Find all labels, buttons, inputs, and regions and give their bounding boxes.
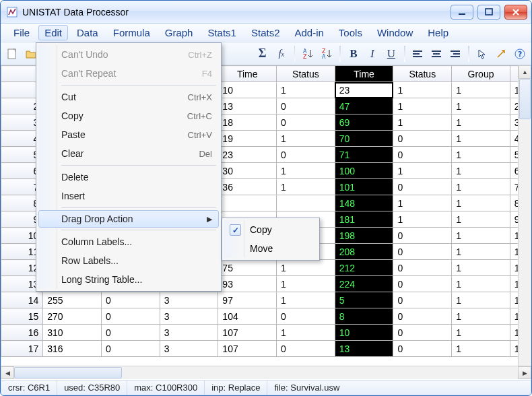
cell[interactable]: 1 (277, 131, 335, 147)
cell[interactable]: 255 (43, 292, 102, 308)
align-left-icon[interactable] (411, 45, 426, 63)
fx-icon[interactable]: fx (274, 45, 289, 63)
draw-arrow-icon[interactable] (494, 45, 508, 63)
cell[interactable]: 1 (452, 260, 510, 276)
sort-asc-icon[interactable]: AZ (300, 45, 315, 63)
menu-help[interactable]: Help (422, 25, 455, 40)
cell[interactable]: 1 (277, 325, 335, 341)
cell[interactable]: 0 (277, 98, 335, 114)
cell[interactable]: 1 (452, 98, 510, 114)
column-header[interactable]: Time (218, 66, 277, 82)
cell[interactable]: 10 (218, 82, 277, 98)
submenu-move[interactable]: Move (224, 239, 317, 258)
cell[interactable]: 208 (335, 244, 393, 260)
cell[interactable]: 0 (393, 179, 452, 195)
cell[interactable]: 0 (277, 114, 335, 131)
cell[interactable]: 224 (335, 276, 393, 292)
cell[interactable]: 3 (160, 308, 218, 325)
cell[interactable]: 1 (277, 179, 335, 195)
menu-graph[interactable]: Graph (159, 25, 199, 40)
cell[interactable]: 71 (335, 147, 393, 163)
horizontal-scrollbar[interactable]: ◀ ▶ (1, 366, 531, 379)
pointer-icon[interactable] (475, 45, 490, 63)
cell[interactable]: 0 (393, 292, 452, 308)
cell[interactable]: 0 (393, 131, 452, 147)
cell[interactable]: 0 (393, 341, 452, 357)
cell[interactable]: 23 (335, 82, 393, 98)
cell[interactable]: 75 (218, 260, 277, 276)
cell[interactable]: 3 (160, 292, 218, 308)
cell[interactable]: 1 (452, 179, 510, 195)
sum-icon[interactable]: Σ (255, 45, 270, 63)
column-header[interactable]: Time (335, 66, 393, 82)
cell[interactable]: 1 (452, 244, 510, 260)
menu-row-labels[interactable]: Row Labels... (38, 251, 219, 270)
cell[interactable]: 30 (218, 163, 277, 179)
cell[interactable]: 1 (393, 211, 452, 228)
cell[interactable]: 70 (335, 131, 393, 147)
cell[interactable]: 3 (160, 341, 218, 357)
cell[interactable]: 107 (218, 341, 277, 357)
menu-cut[interactable]: CutCtrl+X (38, 88, 219, 106)
row-header[interactable]: 15 (1, 308, 43, 325)
cell[interactable]: 18 (218, 114, 277, 131)
cell[interactable]: 1 (393, 114, 452, 131)
cell[interactable]: 3 (160, 325, 218, 341)
column-header[interactable]: Status (277, 66, 335, 82)
cell[interactable]: 316 (43, 341, 102, 357)
cell[interactable]: 1 (452, 163, 510, 179)
menu-drag-drop-action[interactable]: Drag Drop Action▶ (38, 210, 219, 228)
column-header[interactable]: Status (393, 66, 452, 82)
cell[interactable]: 1 (393, 163, 452, 179)
menu-file[interactable]: File (7, 25, 36, 40)
cell[interactable]: 1 (452, 82, 510, 98)
cell[interactable]: 1 (393, 195, 452, 211)
bold-icon[interactable]: B (346, 45, 361, 63)
cell[interactable]: 212 (335, 260, 393, 276)
cell[interactable]: 0 (393, 228, 452, 244)
cell[interactable]: 1 (452, 114, 510, 131)
cell[interactable]: 0 (101, 308, 160, 325)
cell[interactable]: 36 (218, 179, 277, 195)
cell[interactable]: 148 (335, 195, 393, 211)
cell[interactable]: 0 (393, 308, 452, 325)
cell[interactable]: 93 (218, 276, 277, 292)
menu-edit[interactable]: Edit (38, 25, 68, 40)
menu-paste[interactable]: PasteCtrl+V (38, 125, 219, 144)
menu-window[interactable]: Window (371, 25, 419, 40)
menu-insert[interactable]: Insert (38, 187, 219, 205)
minimize-button[interactable] (451, 5, 473, 20)
cell[interactable]: 101 (335, 179, 393, 195)
hscroll-thumb[interactable] (14, 367, 122, 378)
cell[interactable]: 1 (393, 98, 452, 114)
menu-tools[interactable]: Tools (333, 25, 368, 40)
cell[interactable]: 104 (218, 308, 277, 325)
new-file-icon[interactable] (5, 45, 20, 63)
submenu-copy[interactable]: ✓ Copy (224, 220, 317, 239)
cell[interactable]: 23 (218, 147, 277, 163)
cell[interactable]: 1 (452, 308, 510, 325)
cell[interactable]: 1 (452, 276, 510, 292)
menu-stats1[interactable]: Stats1 (201, 25, 242, 40)
cell[interactable]: 1 (452, 341, 510, 357)
scroll-up-arrow-icon[interactable]: ▲ (519, 65, 531, 79)
menu-copy[interactable]: CopyCtrl+C (38, 106, 219, 125)
cell[interactable]: 1 (452, 325, 510, 341)
underline-icon[interactable]: U (384, 45, 399, 63)
maximize-button[interactable] (477, 5, 500, 20)
menu-data[interactable]: Data (71, 25, 104, 40)
cell[interactable]: 13 (335, 341, 393, 357)
cell[interactable]: 0 (101, 325, 160, 341)
cell[interactable]: 181 (335, 211, 393, 228)
cell[interactable]: 270 (43, 308, 102, 325)
cell[interactable]: 1 (452, 292, 510, 308)
row-header[interactable]: 14 (1, 292, 43, 308)
cell[interactable]: 0 (277, 147, 335, 163)
cell[interactable]: 1 (452, 228, 510, 244)
vertical-scrollbar[interactable]: ▲ ▼ (518, 65, 531, 379)
align-right-icon[interactable] (448, 45, 463, 63)
cell[interactable]: 1 (452, 195, 510, 211)
cell[interactable]: 1 (452, 131, 510, 147)
align-center-icon[interactable] (429, 45, 444, 63)
scroll-left-arrow-icon[interactable]: ◀ (1, 366, 14, 379)
